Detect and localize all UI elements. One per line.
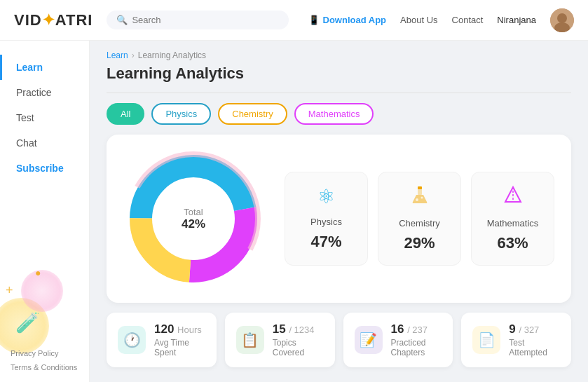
physics-percent: 47% [310, 233, 341, 251]
logo-vid: VID [14, 11, 42, 29]
filter-tabs: All Physics Chemistry Mathematics [107, 103, 571, 125]
subject-cards: ⚛ Physics 47% C [285, 172, 554, 266]
search-icon: 🔍 [116, 15, 128, 25]
time-icon: 🕐 [118, 326, 146, 354]
blob-decoration-2 [21, 270, 63, 312]
donut-total-label: Total [182, 207, 205, 217]
sidebar-item-chat[interactable]: Chat [0, 130, 89, 156]
subject-card-chemistry: Chemistry 29% [378, 172, 461, 266]
breadcrumb: Learn › Learning Analytics [107, 50, 571, 60]
download-app-button[interactable]: 📱 Download App [308, 15, 387, 25]
download-label: Download App [323, 15, 387, 25]
logo-atri: ATRI [55, 11, 93, 29]
svg-point-12 [421, 197, 423, 199]
avatar[interactable] [550, 8, 574, 32]
stat-topics-value: 15 / 1234 [273, 322, 324, 336]
mathematics-name: Mathematics [487, 218, 539, 228]
physics-name: Physics [310, 217, 342, 227]
stat-tests-info: 9 / 327 Test Attempted [509, 322, 560, 357]
donut-chart: Total 42% [123, 149, 264, 289]
topics-icon: 📋 [236, 326, 264, 354]
chemistry-percent: 29% [404, 234, 435, 252]
donut-center: Total 42% [182, 207, 205, 231]
svg-point-1 [557, 13, 567, 23]
stat-chapters-info: 16 / 237 Practiced Chapters [391, 322, 442, 357]
stat-time-unit: Hours [177, 325, 202, 335]
stat-chapters-total: / 237 [407, 325, 428, 335]
svg-rect-10 [418, 186, 422, 189]
dot-decoration-icon: ● [35, 267, 41, 278]
header: VID✦ATRI 🔍 📱 Download App About Us Conta… [0, 0, 588, 41]
main-content: Learn › Learning Analytics Learning Anal… [90, 41, 588, 382]
svg-point-11 [416, 198, 418, 201]
stat-topics-total: / 1234 [289, 325, 314, 335]
logo: VID✦ATRI [14, 11, 93, 29]
chemistry-icon [410, 185, 430, 210]
search-bar[interactable]: 🔍 [107, 11, 289, 29]
stat-chapters-label: Practiced Chapters [391, 338, 442, 357]
search-input[interactable] [132, 15, 279, 25]
sidebar-item-test[interactable]: Test [0, 105, 89, 130]
sidebar-item-learn[interactable]: Learn [0, 55, 89, 80]
stat-card-time: 🕐 120 Hours Avg Time Spent [107, 313, 217, 367]
breadcrumb-separator: › [132, 50, 135, 60]
filter-chemistry-button[interactable]: Chemistry [218, 103, 287, 125]
flask-decoration-icon: 🧪 [15, 311, 40, 334]
about-us-link[interactable]: About Us [400, 15, 437, 25]
stats-row: 🕐 120 Hours Avg Time Spent 📋 15 / 1234 T… [107, 313, 571, 367]
logo-star: ✦ [42, 11, 55, 29]
physics-icon: ⚛ [317, 185, 335, 208]
sidebar-item-subscribe[interactable]: Subscribe [0, 156, 89, 181]
chemistry-name: Chemistry [399, 218, 440, 228]
analytics-card: Total 42% ⚛ Physics 47% [107, 135, 571, 303]
stat-chapters-value: 16 / 237 [391, 322, 442, 336]
filter-mathematics-button[interactable]: Mathematics [294, 103, 374, 125]
header-right: 📱 Download App About Us Contact Niranjan… [308, 8, 574, 32]
stat-tests-label: Test Attempted [509, 338, 560, 357]
page-title: Learning Analytics [107, 64, 571, 83]
plus-decoration-icon: + [6, 283, 13, 298]
subject-card-mathematics: Mathematics 63% [471, 172, 554, 266]
stat-card-topics: 📋 15 / 1234 Topics Covered [225, 313, 335, 367]
app-body: Learn Practice Test Chat Subscribe 🧪 + ●… [0, 41, 588, 382]
chapters-icon: 📝 [355, 326, 383, 354]
tests-icon: 📄 [472, 326, 500, 354]
sidebar-item-practice[interactable]: Practice [0, 80, 89, 105]
stat-topics-info: 15 / 1234 Topics Covered [273, 322, 324, 357]
filter-physics-button[interactable]: Physics [151, 103, 211, 125]
user-name: Niranjana [497, 15, 536, 25]
mathematics-percent: 63% [497, 234, 528, 252]
terms-conditions-link[interactable]: Terms & Conditions [11, 361, 77, 375]
phone-icon: 📱 [308, 15, 320, 25]
stat-card-tests: 📄 9 / 327 Test Attempted [461, 313, 571, 367]
mathematics-icon [503, 185, 523, 210]
donut-total-value: 42% [182, 217, 205, 231]
filter-all-button[interactable]: All [107, 103, 144, 125]
stat-time-info: 120 Hours Avg Time Spent [154, 322, 205, 357]
contact-link[interactable]: Contact [452, 15, 484, 25]
subject-card-physics: ⚛ Physics 47% [285, 172, 368, 266]
stat-topics-label: Topics Covered [273, 338, 324, 357]
breadcrumb-learn[interactable]: Learn [107, 50, 128, 60]
title-divider [107, 93, 571, 93]
stat-time-value: 120 Hours [154, 322, 205, 336]
stat-tests-value: 9 / 327 [509, 322, 560, 336]
breadcrumb-current: Learning Analytics [138, 50, 206, 60]
stat-tests-total: / 327 [519, 325, 539, 335]
sidebar-footer: Privacy Policy Terms & Conditions [11, 347, 77, 375]
privacy-policy-link[interactable]: Privacy Policy [11, 347, 77, 361]
stat-card-chapters: 📝 16 / 237 Practiced Chapters [343, 313, 453, 367]
sidebar: Learn Practice Test Chat Subscribe 🧪 + ●… [0, 41, 90, 382]
stat-time-label: Avg Time Spent [154, 338, 205, 357]
